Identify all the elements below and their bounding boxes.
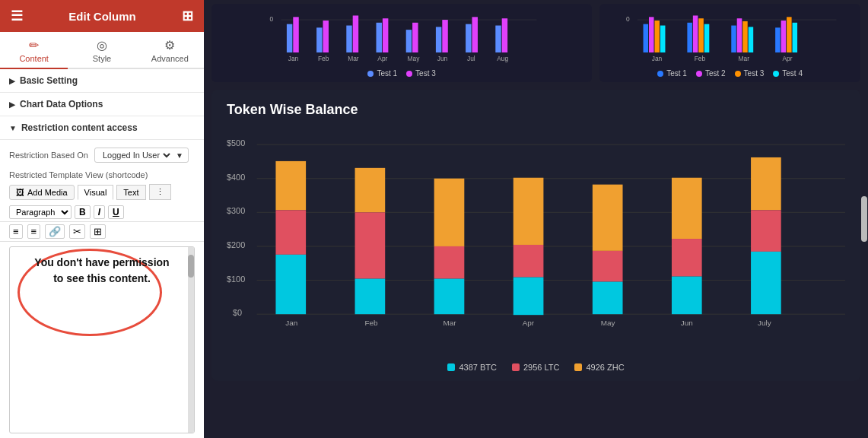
style-icon: ◎ bbox=[97, 38, 107, 52]
svg-text:$0: $0 bbox=[233, 308, 242, 317]
align-left-button[interactable]: ≡ bbox=[9, 224, 23, 239]
restriction-arrow: ▼ bbox=[9, 124, 17, 132]
svg-rect-77 bbox=[593, 251, 623, 282]
italic-button[interactable]: I bbox=[94, 205, 105, 219]
more-tab[interactable]: ⋮ bbox=[149, 184, 171, 200]
svg-rect-37 bbox=[737, 18, 742, 52]
svg-rect-74 bbox=[513, 278, 544, 316]
tab-style-label: Style bbox=[93, 54, 111, 63]
legend-row: 4387 BTC 2956 LTC 4926 ZHC bbox=[227, 363, 845, 372]
bold-button[interactable]: B bbox=[75, 205, 91, 219]
mini-chart-left-svg: 0 bbox=[222, 10, 581, 63]
panel-header: ☰ Edit Column ⊞ bbox=[0, 0, 204, 32]
test1-dot bbox=[367, 71, 374, 77]
svg-text:Jan: Jan bbox=[285, 319, 297, 327]
test3-r-label: Test 3 bbox=[744, 69, 765, 78]
svg-rect-34 bbox=[699, 18, 704, 52]
svg-rect-35 bbox=[704, 24, 710, 52]
mini-legend-test4-r: Test 4 bbox=[773, 69, 803, 78]
svg-rect-73 bbox=[513, 245, 544, 278]
tab-style[interactable]: ◎ Style bbox=[68, 32, 135, 69]
hamburger-icon[interactable]: ☰ bbox=[11, 8, 23, 24]
text-tab[interactable]: Text bbox=[116, 185, 145, 200]
svg-rect-16 bbox=[495, 26, 501, 52]
mini-chart-right-svg: 0 bbox=[610, 10, 850, 63]
legend-ltc: 2956 LTC bbox=[512, 363, 560, 372]
right-panel: 0 bbox=[204, 0, 868, 438]
unlink-button[interactable]: ✂ bbox=[69, 224, 85, 239]
align-center-button[interactable]: ≡ bbox=[27, 224, 41, 239]
chart-title: Token Wise Balance bbox=[227, 102, 845, 118]
svg-rect-15 bbox=[472, 17, 478, 52]
svg-text:Jan: Jan bbox=[288, 55, 299, 62]
test1-r-label: Test 1 bbox=[666, 69, 687, 78]
restriction-select-wrap[interactable]: Logged In User ▼ bbox=[94, 148, 189, 163]
svg-rect-11 bbox=[412, 23, 418, 52]
legend-btc: 4387 BTC bbox=[447, 363, 497, 372]
advanced-icon: ⚙ bbox=[164, 38, 175, 52]
svg-text:May: May bbox=[408, 55, 421, 62]
bar-chart-svg: $500 $400 $300 $200 $100 $0 bbox=[227, 129, 845, 357]
svg-rect-8 bbox=[377, 23, 382, 52]
mini-legend-right: Test 1 Test 2 Test 3 Test 4 bbox=[610, 69, 850, 78]
restriction-select[interactable]: Logged In User bbox=[100, 150, 173, 160]
link-button[interactable]: 🔗 bbox=[45, 224, 65, 239]
editor-toolbar: 🖼 Add Media Visual Text ⋮ bbox=[0, 181, 204, 203]
test3-dot bbox=[406, 71, 412, 77]
panel-title: Edit Column bbox=[23, 10, 182, 23]
svg-rect-17 bbox=[502, 18, 507, 52]
mini-chart-right: 0 bbox=[599, 4, 860, 82]
mini-charts-row: 0 bbox=[211, 4, 860, 82]
svg-text:Aug: Aug bbox=[497, 55, 508, 62]
mini-legend-test1-r: Test 1 bbox=[657, 69, 687, 78]
mini-legend-test3-r: Test 3 bbox=[735, 69, 765, 78]
editor-area[interactable]: You don't have permission to see this co… bbox=[9, 246, 195, 433]
add-media-label: Add Media bbox=[27, 188, 68, 197]
svg-rect-13 bbox=[442, 20, 447, 52]
svg-rect-28 bbox=[644, 24, 649, 52]
mini-legend-test1: Test 1 bbox=[367, 69, 397, 78]
svg-rect-6 bbox=[346, 26, 351, 52]
underline-button[interactable]: U bbox=[108, 205, 124, 219]
tab-advanced-label: Advanced bbox=[151, 54, 189, 63]
svg-text:Mar: Mar bbox=[348, 55, 359, 62]
svg-rect-85 bbox=[751, 210, 781, 252]
svg-text:Jul: Jul bbox=[467, 55, 475, 62]
grid-btn[interactable]: ⊞ bbox=[90, 224, 106, 239]
svg-text:$400: $400 bbox=[227, 173, 245, 182]
svg-rect-78 bbox=[593, 282, 623, 315]
svg-text:Apr: Apr bbox=[523, 319, 535, 327]
paragraph-select[interactable]: Paragraph bbox=[9, 205, 72, 219]
svg-text:Feb: Feb bbox=[695, 55, 706, 62]
svg-rect-12 bbox=[436, 27, 441, 52]
basic-setting-section[interactable]: ▶ Basic Setting bbox=[0, 69, 204, 93]
svg-text:0: 0 bbox=[270, 15, 274, 23]
test3-label: Test 3 bbox=[415, 69, 436, 78]
svg-rect-40 bbox=[775, 27, 781, 52]
svg-rect-65 bbox=[355, 212, 386, 278]
svg-rect-32 bbox=[688, 23, 693, 52]
svg-rect-70 bbox=[434, 279, 465, 315]
svg-rect-81 bbox=[672, 239, 702, 277]
add-media-button[interactable]: 🖼 Add Media bbox=[9, 185, 75, 200]
svg-text:Feb: Feb bbox=[318, 55, 329, 62]
tab-advanced[interactable]: ⚙ Advanced bbox=[136, 32, 204, 69]
svg-rect-68 bbox=[434, 179, 465, 246]
test1-label: Test 1 bbox=[377, 69, 397, 78]
chart-data-section[interactable]: ▶ Chart Data Options bbox=[0, 93, 204, 116]
grid-icon[interactable]: ⊞ bbox=[182, 8, 193, 24]
svg-text:Mar: Mar bbox=[739, 55, 750, 62]
zhc-label: 4926 ZHC bbox=[586, 363, 624, 372]
legend-zhc: 4926 ZHC bbox=[574, 363, 624, 372]
tabs-row: ✏ Content ◎ Style ⚙ Advanced bbox=[0, 32, 204, 69]
add-media-icon: 🖼 bbox=[16, 188, 24, 197]
left-panel: ☰ Edit Column ⊞ ✏ Content ◎ Style ⚙ Adva… bbox=[0, 0, 204, 438]
svg-text:$300: $300 bbox=[227, 206, 245, 215]
svg-rect-4 bbox=[316, 27, 322, 52]
test4-r-dot bbox=[773, 71, 779, 77]
visual-tab[interactable]: Visual bbox=[78, 185, 114, 200]
restriction-section[interactable]: ▼ Restriction content access bbox=[0, 116, 204, 140]
format-bar: Paragraph B I U bbox=[0, 203, 204, 222]
tab-content[interactable]: ✏ Content bbox=[0, 32, 68, 69]
svg-rect-61 bbox=[275, 210, 306, 254]
